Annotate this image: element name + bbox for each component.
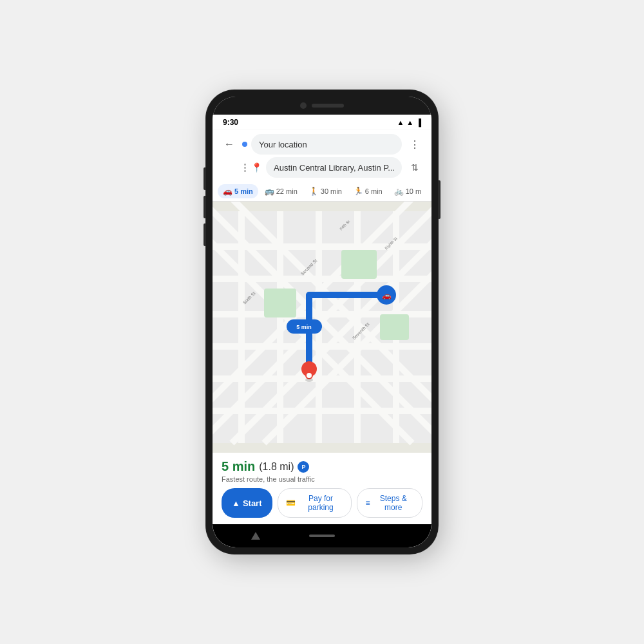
tab-driving[interactable]: 🚗 5 min [218, 184, 258, 198]
route-distance: (1.8 mi) [259, 461, 294, 473]
earpiece [312, 104, 344, 108]
tab-transit[interactable]: 🚌 22 min [260, 184, 303, 198]
transport-tabs: 🚗 5 min 🚌 22 min 🚶 30 min 🏃 6 min 🚲 10 m [213, 182, 431, 202]
route-time-row: 5 min (1.8 mi) P [222, 459, 422, 474]
volume-up-button [204, 167, 206, 190]
pay-parking-button[interactable]: 💳 Pay for parking [278, 488, 352, 518]
phone-top-bar [213, 97, 431, 115]
home-gesture-pill[interactable] [309, 535, 335, 537]
destination-row: 📍 ⇅ [220, 157, 424, 178]
route-description: Fastest route, the usual traffic [222, 475, 422, 483]
tab-cycling-label: 10 m [406, 187, 421, 195]
tab-cycling[interactable]: 🚲 10 m [389, 184, 426, 198]
tab-walking[interactable]: 🚶 30 min [304, 184, 347, 198]
destination-pin-icon: 📍 [251, 162, 262, 173]
tab-transit-label: 22 min [276, 187, 298, 195]
more-options-button[interactable]: ⋮ [406, 135, 424, 153]
route-panel: 5 min (1.8 mi) P Fastest route, the usua… [213, 453, 431, 524]
back-gesture-icon[interactable] [251, 532, 260, 540]
bottom-navigation-bar [213, 524, 431, 547]
status-time: 9:30 [223, 118, 238, 127]
navigation-header: ← ⋮ 📍 ⇅ [213, 130, 431, 182]
bus-icon: 🚌 [265, 187, 274, 196]
destination-input[interactable] [266, 157, 402, 178]
status-bar: 9:30 ▲ ▲ ▐ [213, 115, 431, 130]
swap-routes-button[interactable]: ⇅ [406, 158, 424, 176]
tab-driving-label: 5 min [234, 187, 253, 195]
list-icon: ≡ [365, 498, 370, 507]
steps-more-button[interactable]: ≡ Steps & more [357, 488, 422, 518]
wifi-icon: ▲ [397, 118, 404, 126]
origin-row: ← ⋮ [220, 134, 424, 155]
svg-text:🚗: 🚗 [382, 290, 392, 300]
tab-running[interactable]: 🏃 6 min [348, 184, 388, 198]
svg-point-33 [306, 372, 312, 379]
start-arrow-icon: ▲ [232, 498, 240, 508]
power-button [438, 180, 440, 219]
route-time: 5 min [222, 459, 255, 474]
signal-icon: ▲ [406, 118, 413, 126]
tab-walking-label: 30 min [321, 187, 342, 195]
back-button[interactable]: ← [220, 135, 238, 153]
run-icon: 🏃 [354, 187, 363, 196]
svg-point-34 [305, 378, 313, 382]
action-buttons: ▲ Start 💳 Pay for parking ≡ Steps & more [222, 488, 422, 518]
route-connector [242, 163, 247, 173]
assistant-button [204, 223, 206, 246]
bike-icon: 🚲 [394, 187, 404, 196]
front-camera [300, 102, 307, 109]
map-svg: Sixth St Second St Seventh St Eighth St … [213, 202, 431, 453]
svg-rect-21 [341, 250, 377, 279]
credit-card-icon: 💳 [286, 498, 296, 507]
battery-icon: ▐ [416, 118, 421, 126]
map-area[interactable]: Sixth St Second St Seventh St Eighth St … [213, 202, 431, 453]
walk-icon: 🚶 [309, 187, 319, 196]
svg-rect-20 [264, 289, 296, 317]
volume-down-button [204, 196, 206, 218]
status-icons: ▲ ▲ ▐ [397, 118, 421, 126]
car-icon: 🚗 [223, 187, 232, 196]
phone-screen: 9:30 ▲ ▲ ▐ ← ⋮ 📍 [213, 97, 431, 547]
svg-text:5 min: 5 min [296, 324, 312, 330]
phone-frame: 9:30 ▲ ▲ ▐ ← ⋮ 📍 [206, 90, 438, 554]
origin-input[interactable] [251, 134, 402, 155]
tab-running-label: 6 min [365, 187, 383, 195]
start-button[interactable]: ▲ Start [222, 488, 272, 518]
parking-circle-icon: P [298, 461, 309, 473]
origin-dot-icon [242, 142, 247, 147]
svg-rect-22 [380, 314, 409, 340]
